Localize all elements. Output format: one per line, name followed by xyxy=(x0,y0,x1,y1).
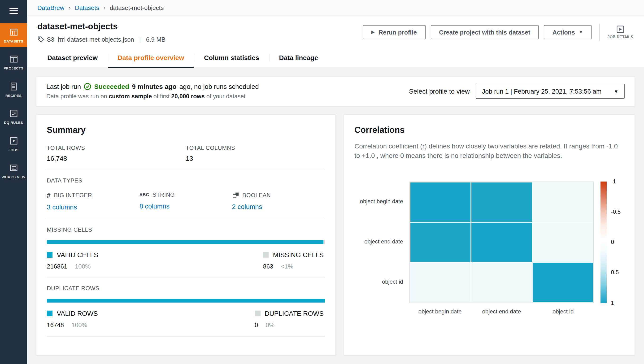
job-details-icon xyxy=(616,25,624,34)
valid-rows-bar-fill xyxy=(47,299,324,302)
heatmap-cell-2-2[interactable] xyxy=(471,222,532,262)
heatmap-cell-1-1[interactable] xyxy=(410,182,471,222)
heatmap-cell-3-1[interactable] xyxy=(410,262,471,302)
sidebar-item-jobs[interactable]: JOBS xyxy=(0,132,27,156)
table-icon xyxy=(58,36,65,43)
sidebar-item-whats-new[interactable]: WHAT'S NEW xyxy=(0,159,27,183)
heatmap-axis-spacer xyxy=(354,303,409,314)
section-divider xyxy=(47,219,324,219)
profile-select-value: Job run 1 | February 25, 2021, 7:53:56 a… xyxy=(482,88,602,95)
boolean-icon xyxy=(232,192,239,198)
tab-data-lineage[interactable]: Data lineage xyxy=(269,49,328,68)
breadcrumb-current: dataset-met-objects xyxy=(110,4,164,11)
summary-title: Summary xyxy=(47,125,324,135)
job-details-label: JOB DETAILS xyxy=(607,35,633,39)
breadcrumb-separator: › xyxy=(103,4,106,11)
colorbar-tick: -0.5 xyxy=(611,208,620,215)
heatmap-y-axis: object begin dateobject end dateobject i… xyxy=(354,181,409,303)
correlations-panel: Correlations Correlation coefficient (r)… xyxy=(344,114,635,356)
breadcrumb-separator: › xyxy=(68,4,71,11)
boolean-columns-link[interactable]: 2 columns xyxy=(232,203,262,210)
hash-icon: # xyxy=(47,192,50,199)
whats-new-icon xyxy=(9,163,18,172)
actions-button[interactable]: Actions ▼ xyxy=(544,25,592,39)
duplicate-swatch-icon xyxy=(254,310,260,316)
sidebar-item-projects[interactable]: PROJECTS xyxy=(0,50,27,75)
big-integer-columns-link[interactable]: 3 columns xyxy=(47,203,77,211)
dataset-meta: S3 dataset-met-objects.json | 6.9 MB xyxy=(37,36,166,43)
total-rows-stat: TOTAL ROWS 16,748 xyxy=(47,145,186,162)
projects-icon xyxy=(9,54,18,64)
status-prefix: Last job run xyxy=(46,83,81,90)
tab-data-profile-overview[interactable]: Data profile overview xyxy=(108,49,194,68)
heatmap-cell-1-3[interactable] xyxy=(532,182,594,222)
hamburger-icon xyxy=(9,6,18,15)
missing-cells-legend-item: MISSING CELLS 863 <1% xyxy=(263,251,324,270)
duplicate-rows-count: 0 xyxy=(254,322,258,328)
valid-rows-legend: VALID ROWS 16748 100% xyxy=(47,310,98,328)
sidebar-item-dq-rules[interactable]: DQ RULES xyxy=(0,104,27,129)
colorbar-tick: 0.5 xyxy=(611,269,619,276)
success-check-icon xyxy=(84,83,91,90)
summary-stats: TOTAL ROWS 16,748 TOTAL COLUMNS 13 xyxy=(47,145,324,162)
status-time: 9 minutes ago xyxy=(132,83,176,90)
correlation-heatmap: object begin dateobject end dateobject i… xyxy=(354,181,624,314)
dataset-title-block: dataset-met-objects S3 dataset-met-ob xyxy=(37,22,166,43)
heatmap-cell-1-2[interactable] xyxy=(471,182,532,222)
breadcrumb-link-databrew[interactable]: DataBrew xyxy=(37,4,64,11)
heatmap-cell-3-2[interactable] xyxy=(471,262,532,302)
missing-cells-bar xyxy=(47,240,324,244)
tab-column-statistics[interactable]: Column statistics xyxy=(194,49,269,68)
create-project-button[interactable]: Create project with this dataset xyxy=(430,25,539,39)
heatmap-col-label: object id xyxy=(532,303,594,314)
tab-dataset-preview[interactable]: Dataset preview xyxy=(37,49,108,68)
job-status-card: Last job run Succeeded 9 minutes ago ago… xyxy=(36,76,635,106)
profile-select-wrap: Select profile to view Job run 1 | Febru… xyxy=(409,84,624,99)
chevron-down-icon: ▼ xyxy=(579,30,583,34)
valid-rows-pct: 100% xyxy=(72,322,87,328)
sidebar-item-recipes[interactable]: RECIPES xyxy=(0,78,27,102)
data-type-big-integer: # BIG INTEGER 3 columns xyxy=(47,192,140,211)
job-details-button[interactable]: JOB DETAILS xyxy=(607,25,634,39)
valid-cells-legend: VALID CELLS 216861 100% xyxy=(47,251,98,270)
profile-select-dropdown[interactable]: Job run 1 | February 25, 2021, 7:53:56 a… xyxy=(476,84,624,99)
section-divider xyxy=(47,170,324,170)
colorbar-tick: 0 xyxy=(611,239,614,245)
breadcrumb: DataBrew › Datasets › dataset-met-object… xyxy=(27,0,644,16)
heatmap-cell-2-3[interactable] xyxy=(532,222,594,262)
heatmap-cell-2-1[interactable] xyxy=(410,222,471,262)
valid-rows-count: 16748 xyxy=(47,322,64,328)
file-name: dataset-met-objects.json xyxy=(67,36,134,43)
dq-rules-icon xyxy=(9,109,18,118)
tab-bar: Dataset preview Data profile overview Co… xyxy=(27,49,644,68)
data-type-string: ABC STRING 8 columns xyxy=(140,192,232,211)
file-size: 6.9 MB xyxy=(146,36,166,43)
sidebar-item-label: DATASETS xyxy=(4,39,23,44)
chevron-down-icon: ▼ xyxy=(614,89,618,94)
duplicate-rows-legend: VALID ROWS 16748 100% DUPLICATE ROWS xyxy=(47,310,324,328)
breadcrumb-link-datasets[interactable]: Datasets xyxy=(75,4,99,11)
abc-icon: ABC xyxy=(140,192,149,197)
valid-swatch-icon xyxy=(47,310,52,316)
menu-button[interactable] xyxy=(0,0,27,22)
section-divider xyxy=(47,278,324,278)
jobs-icon xyxy=(9,136,18,145)
recipes-icon xyxy=(9,82,18,91)
panels-row: Summary TOTAL ROWS 16,748 TOTAL COLUMNS … xyxy=(36,114,635,356)
page-title: dataset-met-objects xyxy=(37,22,166,32)
rerun-profile-button[interactable]: ▶ Rerun profile xyxy=(363,25,425,39)
content-area: Last job run Succeeded 9 minutes ago ago… xyxy=(27,68,644,364)
heatmap-x-axis: object begin dateobject end dateobject i… xyxy=(409,303,594,314)
colorbar-tick: 1 xyxy=(611,300,614,306)
sidebar-item-datasets[interactable]: DATASETS xyxy=(0,23,27,48)
profile-select-label: Select profile to view xyxy=(409,88,470,95)
heatmap-row-label: object id xyxy=(354,262,409,302)
string-columns-link[interactable]: 8 columns xyxy=(140,202,170,210)
correlations-description: Correlation coefficient (r) defines how … xyxy=(354,141,622,160)
missing-swatch-icon xyxy=(263,252,268,258)
summary-panel: Summary TOTAL ROWS 16,748 TOTAL COLUMNS … xyxy=(36,114,336,356)
total-columns-stat: TOTAL COLUMNS 13 xyxy=(186,145,325,162)
last-job-run-line: Last job run Succeeded 9 minutes ago ago… xyxy=(46,83,259,90)
datasets-table-icon xyxy=(9,28,18,37)
heatmap-cell-3-3[interactable] xyxy=(532,262,594,302)
